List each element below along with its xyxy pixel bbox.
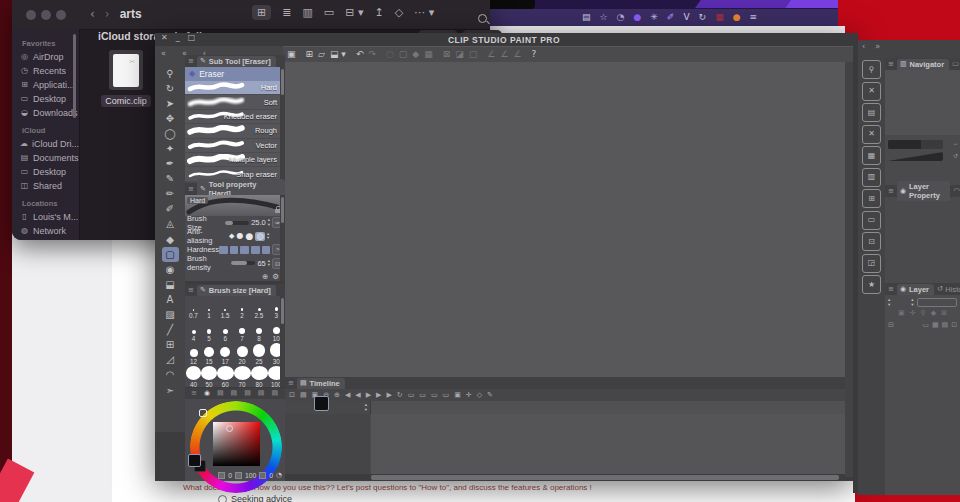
- timeline-tool-icon[interactable]: ◀: [345, 392, 350, 399]
- view-icon[interactable]: ⊟ ▾: [345, 7, 363, 18]
- sidebar-item[interactable]: ▯Louis's M...: [20, 210, 79, 224]
- timeline-tool-icon[interactable]: ✎: [487, 392, 493, 399]
- tool-icon[interactable]: ✦: [162, 141, 179, 156]
- brush-size-cell[interactable]: 6: [217, 320, 234, 343]
- view-icon[interactable]: ⋯ ▾: [414, 7, 434, 18]
- extension-icon[interactable]: ●: [733, 13, 741, 22]
- tool-icon[interactable]: ➤: [162, 96, 179, 111]
- command-icon[interactable]: ▢: [399, 50, 408, 59]
- stepper[interactable]: ▴▾: [365, 403, 367, 412]
- panel-menu-icon[interactable]: ≡: [191, 390, 197, 397]
- command-icon[interactable]: ∠: [514, 50, 522, 59]
- tool-icon[interactable]: ✒: [162, 157, 179, 172]
- zoom-out-icon[interactable]: −: [953, 141, 958, 147]
- brush-size-cell[interactable]: 15: [201, 343, 217, 366]
- tool-icon[interactable]: ✏: [162, 187, 179, 202]
- brush-size-value[interactable]: 25.0: [251, 218, 266, 227]
- canvas-scrollbar-gutter[interactable]: [845, 62, 853, 477]
- timeline-tab[interactable]: ▤Timeline: [297, 378, 345, 389]
- panel-menu-icon[interactable]: ≡: [888, 286, 894, 293]
- timeline-hscrollbar[interactable]: [285, 474, 845, 481]
- tool-icon[interactable]: ➣: [162, 383, 179, 398]
- color-tab-2[interactable]: ▤: [217, 390, 224, 397]
- color-tab-5[interactable]: ▤: [258, 390, 265, 397]
- brush-size-cell[interactable]: 1: [201, 297, 217, 320]
- tool-icon[interactable]: ◠: [162, 368, 179, 383]
- subtool-group-row[interactable]: ◆ Eraser: [185, 67, 285, 81]
- command-icon[interactable]: ▣: [287, 50, 296, 59]
- subtool-list-item[interactable]: Vector: [185, 139, 280, 153]
- panel-menu-icon[interactable]: ≡: [188, 186, 194, 193]
- extension-icon[interactable]: ✐: [667, 13, 675, 22]
- layer-lock-icon[interactable]: ⚲: [921, 310, 926, 317]
- timeline-tool-icon[interactable]: ▭: [408, 392, 415, 399]
- tool-icon[interactable]: ✐: [162, 202, 179, 217]
- view-icon[interactable]: ▭: [324, 7, 334, 18]
- timeline-track-area[interactable]: [371, 414, 845, 474]
- hardness-level-4[interactable]: [251, 246, 260, 254]
- extension-icon[interactable]: V: [683, 13, 689, 22]
- collapse-rail-icon[interactable]: «: [161, 50, 166, 58]
- collapse-left-icon[interactable]: ‹: [862, 43, 865, 51]
- timeline-tool-icon[interactable]: ▭: [443, 392, 450, 399]
- navigator-preview[interactable]: [885, 70, 960, 135]
- command-icon[interactable]: ▢: [469, 50, 478, 59]
- hue-marker[interactable]: [199, 409, 207, 417]
- brush-size-cell[interactable]: 12: [186, 343, 201, 366]
- sidebar-item[interactable]: ◍Network: [20, 224, 79, 238]
- command-icon[interactable]: ◆: [412, 50, 419, 59]
- opacity-slider[interactable]: [917, 298, 957, 307]
- tool-icon[interactable]: ◉: [162, 262, 179, 277]
- layer-action-icon[interactable]: ▦: [932, 322, 939, 329]
- layer-tab[interactable]: ◉Layer: [897, 284, 934, 295]
- stepper[interactable]: ▴▾: [268, 259, 270, 268]
- timeline-tool-icon[interactable]: ▭: [431, 392, 438, 399]
- material-palette-icon[interactable]: ⊞: [862, 189, 881, 208]
- view-icon[interactable]: ◇: [395, 7, 403, 18]
- view-icon[interactable]: ≣: [282, 7, 291, 18]
- material-palette-icon[interactable]: ▭: [862, 211, 881, 230]
- command-icon[interactable]: ▦: [424, 50, 433, 59]
- foreground-color-swatch[interactable]: [314, 396, 329, 411]
- hardness-level-3[interactable]: [240, 246, 249, 254]
- brush-size-cell[interactable]: 5: [201, 320, 217, 343]
- close-button[interactable]: [26, 10, 36, 20]
- layer-lock-icon[interactable]: ▣: [898, 310, 905, 317]
- timeline-tool-icon[interactable]: ⊕: [334, 392, 340, 399]
- expand-right-icon[interactable]: »: [875, 43, 880, 51]
- color-tab-6[interactable]: ▤: [271, 390, 278, 397]
- brush-size-cell[interactable]: 20: [234, 343, 251, 366]
- brush-size-cell[interactable]: 60: [217, 366, 234, 389]
- history-tab[interactable]: ↺History: [937, 285, 960, 294]
- extension-icon[interactable]: ✳: [650, 13, 658, 22]
- sidebar-scrollbar[interactable]: [73, 34, 76, 118]
- command-icon[interactable]: ↷: [368, 50, 376, 59]
- extension-icon[interactable]: ▦: [715, 13, 724, 22]
- panel-menu-icon[interactable]: ≡: [888, 188, 894, 195]
- canvas-area[interactable]: [285, 62, 845, 377]
- brush-size-cell[interactable]: 4: [186, 320, 201, 343]
- zoom-button[interactable]: [56, 10, 66, 20]
- sidebar-item[interactable]: ☁iCloud Dri...: [20, 137, 79, 151]
- material-palette-icon[interactable]: ★: [862, 275, 881, 294]
- brush-size-tab[interactable]: ✎Brush size [Hard]: [197, 285, 276, 296]
- tool-icon[interactable]: ▢: [162, 247, 179, 262]
- file-item[interactable]: Comic.clip: [98, 50, 154, 108]
- extension-icon[interactable]: ☆: [600, 13, 608, 22]
- timeline-tool-icon[interactable]: ▣: [454, 392, 461, 399]
- command-icon[interactable]: ◪: [455, 50, 464, 59]
- timeline-tool-icon[interactable]: ▶: [366, 392, 371, 399]
- command-icon[interactable]: ▱: [318, 50, 325, 59]
- timeline-tool-icon[interactable]: ⊡: [289, 392, 295, 399]
- view-icon[interactable]: ▥: [302, 7, 312, 18]
- subtool-list-item[interactable]: Kneaded eraser: [185, 110, 280, 124]
- tool-icon[interactable]: ◆: [162, 232, 179, 247]
- color-tab-4[interactable]: ▤: [244, 390, 251, 397]
- material-palette-icon[interactable]: ▦: [862, 146, 881, 165]
- layer-action-icon[interactable]: ▭: [922, 322, 929, 329]
- panel-menu-icon[interactable]: ≡: [188, 287, 194, 294]
- material-palette-icon[interactable]: ⚲: [862, 60, 881, 79]
- sidebar-item[interactable]: ◷Recents: [20, 64, 79, 78]
- layer-lock-icon[interactable]: ◆: [931, 310, 936, 317]
- subview-tab-icon[interactable]: ▭: [952, 60, 959, 68]
